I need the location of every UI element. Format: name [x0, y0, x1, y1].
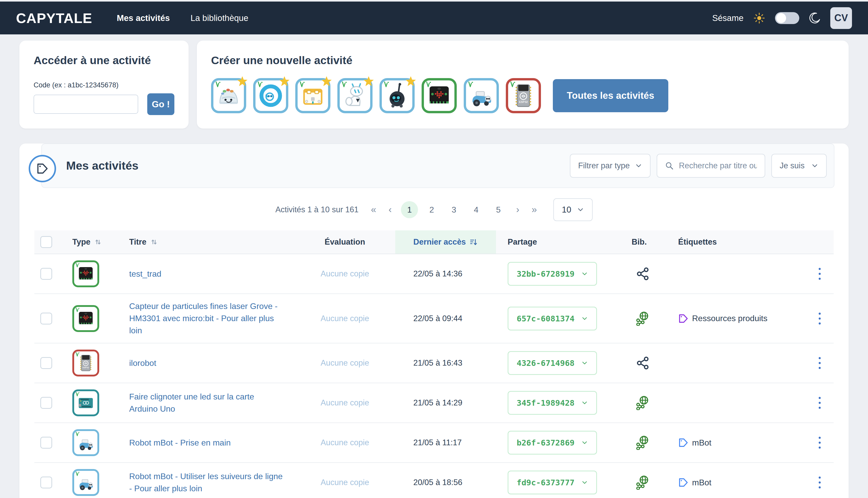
- activity-code-input[interactable]: [33, 95, 138, 114]
- vittascience-mark-icon: [75, 352, 80, 357]
- globe-share-icon: [636, 311, 650, 326]
- favorite-star-icon: [405, 76, 417, 87]
- theme-toggle[interactable]: [775, 12, 799, 24]
- chevron-down-icon: [581, 479, 588, 486]
- page-button-4[interactable]: 4: [467, 201, 485, 218]
- last-page-button[interactable]: »: [526, 201, 543, 218]
- nav-link-mes-activites[interactable]: Mes activités: [117, 13, 170, 23]
- panel-title: Mes activités: [66, 159, 138, 172]
- favorite-star-icon: [321, 76, 332, 87]
- kebab-menu[interactable]: [817, 475, 822, 490]
- tag-chip: mBot: [678, 437, 711, 448]
- row-checkbox[interactable]: [40, 268, 52, 280]
- vittascience-mark-icon: [75, 307, 80, 313]
- kebab-icon: [817, 266, 822, 281]
- vittascience-mark-icon: [215, 81, 222, 88]
- last-access-date: 21/05 à 11:17: [395, 438, 496, 447]
- kebab-menu[interactable]: [817, 396, 822, 410]
- activity-type-icon: [72, 429, 99, 456]
- tile-dog-robot[interactable]: [337, 78, 372, 113]
- tile-dark-robot[interactable]: [379, 78, 415, 113]
- share-code: 657c-6081374: [517, 314, 574, 323]
- tag-label: mBot: [692, 478, 711, 487]
- tile-mbot[interactable]: [464, 78, 499, 113]
- kebab-menu[interactable]: [817, 356, 822, 370]
- vittascience-mark-icon: [75, 471, 80, 476]
- kebab-menu[interactable]: [817, 435, 822, 450]
- go-button[interactable]: Go !: [147, 93, 174, 115]
- activity-title-link[interactable]: Capteur de particules fines laser Grove …: [129, 301, 277, 335]
- row-checkbox[interactable]: [40, 313, 52, 325]
- row-checkbox[interactable]: [40, 397, 52, 409]
- tile-thymio[interactable]: [211, 78, 246, 113]
- sort-descending-icon: [470, 238, 478, 246]
- chevron-down-icon: [581, 315, 588, 322]
- share-code-button[interactable]: 345f-1989428: [507, 391, 597, 415]
- tags-badge-button[interactable]: [29, 155, 56, 182]
- tag-chip: Ressources produits: [678, 313, 768, 324]
- page-button-5[interactable]: 5: [490, 201, 507, 218]
- kebab-menu[interactable]: [817, 311, 822, 326]
- share-code: 4326-6714968: [517, 358, 574, 368]
- search-input[interactable]: [679, 161, 757, 170]
- activity-type-icon: [72, 305, 99, 332]
- vittascience-mark-icon: [341, 81, 348, 88]
- row-checkbox[interactable]: [40, 357, 52, 369]
- page-size-select[interactable]: 10: [553, 198, 593, 221]
- search-box[interactable]: [657, 154, 765, 178]
- share-icon: [636, 356, 650, 370]
- tile-esp32[interactable]: [506, 78, 541, 113]
- user-avatar[interactable]: CV: [830, 7, 852, 29]
- page-button-2[interactable]: 2: [423, 201, 440, 218]
- share-code-button[interactable]: b26f-6372869: [507, 431, 597, 455]
- sesame-link[interactable]: Sésame: [712, 13, 744, 23]
- app-logo[interactable]: CAPYTALE: [16, 10, 92, 26]
- sort-icon: [150, 238, 158, 246]
- chevron-down-icon: [581, 271, 588, 277]
- role-filter-select[interactable]: Je suis: [771, 154, 827, 178]
- access-activity-card: Accéder à une activité Code (ex : a1bc-1…: [19, 41, 189, 129]
- share-code-button[interactable]: 32bb-6728919: [507, 262, 597, 286]
- activity-title-link[interactable]: Faire clignoter une led sur la carte Ard…: [129, 392, 254, 414]
- vittascience-mark-icon: [510, 81, 516, 88]
- activity-title-link[interactable]: Robot mBot - Prise en main: [129, 438, 231, 447]
- role-filter-label: Je suis: [779, 161, 804, 170]
- header-titre[interactable]: Titre: [114, 231, 295, 254]
- first-page-button[interactable]: «: [365, 201, 382, 218]
- favorite-star-icon: [236, 76, 248, 87]
- nav-link-bibliotheque[interactable]: La bibliothèque: [190, 13, 248, 23]
- last-access-date: 21/05 à 16:43: [395, 358, 496, 368]
- all-activities-button[interactable]: Toutes les activités: [553, 79, 668, 112]
- header-type[interactable]: Type: [58, 231, 114, 254]
- activity-title-link[interactable]: ilorobot: [129, 358, 156, 368]
- filter-type-select[interactable]: Filtrer par type: [570, 154, 650, 178]
- share-code-button[interactable]: 657c-6081374: [507, 307, 597, 330]
- table-row: Robot mBot - Utiliser les suiveurs de li…: [35, 463, 833, 498]
- table-body: test_trad Aucune copie 22/05 à 14:36 32b…: [35, 254, 833, 498]
- chevron-down-icon: [581, 360, 588, 366]
- header-etiquettes: Étiquettes: [665, 231, 806, 254]
- vittascience-mark-icon: [467, 81, 474, 88]
- chevron-down-icon: [577, 206, 584, 213]
- header-dernier-acces[interactable]: Dernier accès: [395, 231, 496, 254]
- next-page-button[interactable]: ›: [510, 201, 526, 218]
- globe-share-icon: [636, 435, 650, 450]
- prev-page-button[interactable]: ‹: [382, 201, 398, 218]
- share-code-button[interactable]: fd9c-6373777: [507, 471, 597, 494]
- tile-cubelets[interactable]: [295, 78, 330, 113]
- top-cards-row: Accéder à une activité Code (ex : a1bc-1…: [19, 41, 849, 129]
- activity-title-link[interactable]: Robot mBot - Utiliser les suiveurs de li…: [129, 472, 283, 493]
- row-checkbox[interactable]: [40, 437, 52, 449]
- panel-controls: Filtrer par type Je suis: [570, 154, 827, 178]
- table-row: Faire clignoter une led sur la carte Ard…: [35, 383, 833, 423]
- create-activity-card: Créer une nouvelle activité Toutes les: [197, 41, 849, 129]
- tile-sphero[interactable]: [253, 78, 288, 113]
- activity-title-link[interactable]: test_trad: [129, 269, 161, 278]
- page-button-3[interactable]: 3: [445, 201, 462, 218]
- kebab-menu[interactable]: [817, 266, 822, 281]
- select-all-checkbox[interactable]: [40, 236, 52, 248]
- tile-microbit[interactable]: [422, 78, 457, 113]
- row-checkbox[interactable]: [40, 476, 52, 488]
- page-button-1[interactable]: 1: [401, 201, 418, 218]
- share-code-button[interactable]: 4326-6714968: [507, 351, 597, 375]
